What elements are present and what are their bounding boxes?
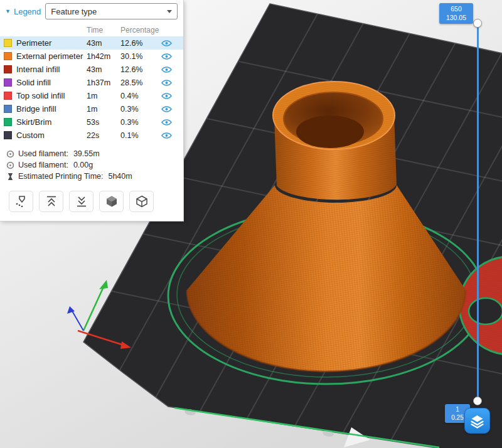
visibility-eye-icon[interactable] bbox=[161, 53, 172, 60]
layer-slider-top-tooltip: 650 130.05 bbox=[439, 3, 473, 24]
print-time-hourglass-icon bbox=[6, 173, 14, 181]
feature-time: 1m bbox=[87, 105, 120, 114]
legend-row[interactable]: External perimeter 1h42m 30.1% bbox=[0, 50, 183, 63]
legend-row[interactable]: Perimeter 43m 12.6% bbox=[0, 36, 183, 50]
disc-hole bbox=[469, 298, 502, 324]
print-stats: Used filament: 39.55m Used filament: 0.0… bbox=[0, 148, 183, 182]
feature-label: Solid infill bbox=[16, 78, 87, 87]
toolbar-solid-view-button[interactable] bbox=[99, 191, 124, 212]
feature-time: 1m bbox=[87, 92, 120, 100]
visibility-eye-icon[interactable] bbox=[161, 92, 172, 100]
visibility-eye-icon[interactable] bbox=[161, 105, 172, 113]
top-layer-number: 650 bbox=[441, 5, 472, 14]
legend-header: ▼ Legend Feature type bbox=[0, 0, 183, 23]
feature-label: Skirt/Brim bbox=[16, 117, 87, 127]
feature-label: External perimeter bbox=[16, 51, 87, 61]
legend-collapse-toggle[interactable]: ▼ Legend bbox=[5, 7, 41, 16]
printhead-icon bbox=[14, 195, 28, 208]
visibility-eye-icon[interactable] bbox=[161, 40, 172, 47]
feature-percentage: 12.6% bbox=[120, 65, 157, 74]
feature-time: 53s bbox=[87, 118, 120, 127]
solid-cube-icon bbox=[105, 195, 119, 208]
feature-label: Bridge infill bbox=[16, 104, 87, 114]
legend-toolbar bbox=[0, 182, 183, 216]
feature-label: Top solid infill bbox=[16, 91, 87, 100]
legend-row[interactable]: Solid infill 1h37m 28.5% bbox=[0, 76, 183, 89]
feature-color-swatch bbox=[4, 39, 12, 47]
feature-color-swatch bbox=[4, 92, 12, 100]
feature-time: 1h37m bbox=[87, 78, 120, 87]
legend-title: Legend bbox=[14, 7, 41, 16]
slicer-preview-window: ▼ Legend Feature type Time Percentage Pe… bbox=[0, 0, 502, 448]
feature-label: Internal infill bbox=[16, 65, 87, 74]
feature-time: 43m bbox=[87, 39, 120, 48]
feature-label: Custom bbox=[16, 131, 87, 140]
toolbar-top-layer-button[interactable] bbox=[39, 191, 63, 212]
column-time: Time bbox=[87, 26, 120, 35]
feature-color-swatch bbox=[4, 105, 12, 113]
feature-percentage: 0.3% bbox=[120, 105, 157, 114]
legend-row[interactable]: Skirt/Brim 53s 0.3% bbox=[0, 115, 183, 129]
feature-color-swatch bbox=[4, 131, 12, 139]
stat-used-filament-weight: Used filament: 0.00g bbox=[0, 159, 183, 171]
feature-time: 1h42m bbox=[87, 52, 120, 61]
double-chevron-down-icon bbox=[75, 195, 88, 208]
toolbar-printhead-button[interactable] bbox=[9, 191, 33, 212]
column-percentage: Percentage bbox=[120, 26, 157, 35]
visibility-eye-icon[interactable] bbox=[161, 132, 172, 139]
stat-label: Estimated Printing Time: bbox=[18, 172, 103, 181]
feature-label: Perimeter bbox=[16, 38, 87, 48]
layers-button[interactable] bbox=[464, 408, 490, 434]
feature-time: 22s bbox=[87, 131, 120, 140]
toolbar-wireframe-view-button[interactable] bbox=[129, 191, 154, 212]
stat-value: 0.00g bbox=[73, 161, 93, 169]
stat-used-filament-length: Used filament: 39.55m bbox=[0, 148, 183, 159]
model-throat-hole bbox=[296, 115, 364, 148]
visibility-eye-icon[interactable] bbox=[161, 79, 172, 87]
legend-table-header: Time Percentage bbox=[0, 24, 183, 36]
legend-row[interactable]: Top solid infill 1m 0.4% bbox=[0, 89, 183, 102]
feature-percentage: 30.1% bbox=[120, 52, 157, 61]
layer-slider-bottom-handle[interactable] bbox=[473, 397, 482, 405]
stat-value: 39.55m bbox=[73, 149, 100, 158]
stat-estimated-time: Estimated Printing Time: 5h40m bbox=[0, 171, 183, 182]
feature-time: 43m bbox=[87, 65, 120, 74]
feature-percentage: 12.6% bbox=[120, 39, 157, 48]
feature-percentage: 28.5% bbox=[120, 78, 157, 87]
feature-percentage: 0.1% bbox=[120, 131, 157, 140]
toolbar-bottom-layer-button[interactable] bbox=[69, 191, 93, 212]
feature-color-swatch bbox=[4, 118, 12, 126]
view-type-dropdown[interactable]: Feature type bbox=[45, 3, 178, 19]
feature-percentage: 0.3% bbox=[120, 118, 157, 127]
stat-value: 5h40m bbox=[108, 172, 132, 181]
visibility-eye-icon[interactable] bbox=[161, 119, 172, 126]
visibility-eye-icon[interactable] bbox=[161, 66, 172, 73]
top-layer-height: 130.05 bbox=[441, 14, 472, 23]
wireframe-cube-icon bbox=[135, 195, 149, 208]
feature-color-swatch bbox=[4, 52, 12, 60]
chevron-down-icon bbox=[167, 10, 172, 13]
collapse-triangle-icon: ▼ bbox=[5, 9, 11, 14]
double-chevron-up-icon bbox=[45, 195, 58, 208]
layer-slider-track[interactable] bbox=[477, 23, 479, 402]
layers-icon bbox=[469, 412, 486, 430]
filament-weight-icon bbox=[6, 161, 14, 169]
feature-color-swatch bbox=[4, 65, 12, 73]
feature-percentage: 0.4% bbox=[120, 92, 157, 100]
stat-label: Used filament: bbox=[18, 161, 68, 169]
stat-label: Used filament: bbox=[18, 149, 68, 158]
legend-row[interactable]: Bridge infill 1m 0.3% bbox=[0, 102, 183, 115]
feature-color-swatch bbox=[4, 78, 12, 87]
legend-row[interactable]: Custom 22s 0.1% bbox=[0, 129, 183, 142]
layer-slider-top-handle[interactable] bbox=[473, 19, 482, 28]
filament-length-icon bbox=[6, 150, 14, 158]
legend-panel: ▼ Legend Feature type Time Percentage Pe… bbox=[0, 0, 184, 221]
dropdown-selected-value: Feature type bbox=[51, 7, 97, 16]
legend-row[interactable]: Internal infill 43m 12.6% bbox=[0, 63, 183, 76]
